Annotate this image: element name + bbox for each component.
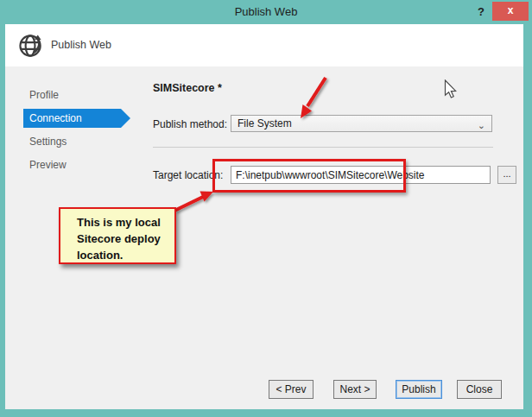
next-button[interactable]: Next > [333,380,377,399]
prev-button[interactable]: < Prev [269,380,314,399]
close-button[interactable]: x [492,2,529,21]
sidebar-item-connection[interactable]: Connection [23,109,121,128]
profile-name-heading: SIMSitecore * [153,82,222,94]
sidebar-item-settings[interactable]: Settings [23,132,121,151]
header-title: Publish Web [51,39,111,51]
publish-method-label: Publish method: [153,118,227,130]
titlebar[interactable]: Publish Web ? x [0,0,532,24]
close-icon: x [508,4,514,16]
publish-method-value: File System [238,117,292,130]
publish-web-globe-icon [18,32,45,59]
sidebar-item-label: Profile [29,89,59,101]
help-icon[interactable]: ? [473,3,489,21]
annotation-highlight-box [212,159,406,193]
separator-line [153,147,493,148]
publish-web-dialog: Publish Web ? x Publish Web [0,0,532,417]
browse-button[interactable]: ... [497,166,516,184]
close-dialog-button[interactable]: Close [457,380,502,399]
window-title: Publish Web [0,0,532,24]
sidebar-item-preview[interactable]: Preview [23,155,121,174]
chevron-down-icon: ⌄ [478,117,485,133]
publish-button[interactable]: Publish [396,380,442,399]
sidebar-item-label: Preview [29,159,66,171]
publish-method-dropdown[interactable]: File System ⌄ [231,115,492,132]
sidebar-item-label: Settings [29,136,66,148]
annotation-note: This is my local Sitecore deploy locatio… [59,207,176,264]
sidebar: Profile Connection Settings Preview [23,85,121,179]
sidebar-item-profile[interactable]: Profile [23,85,121,104]
sidebar-item-label: Connection [29,112,82,124]
dialog-header: Publish Web [5,24,523,66]
annotation-note-text: This is my local Sitecore deploy locatio… [77,216,161,262]
